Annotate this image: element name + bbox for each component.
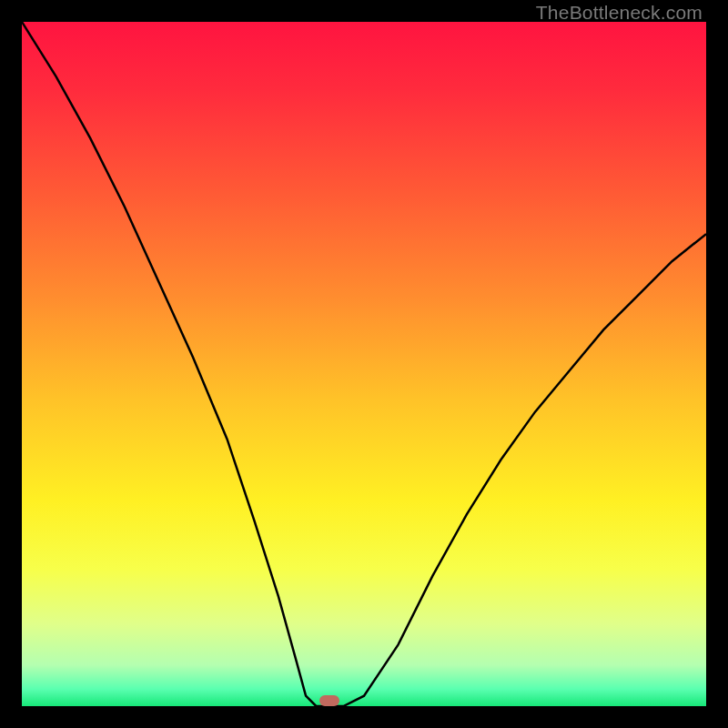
plot-area [22, 22, 706, 706]
optimum-marker [319, 695, 339, 706]
chart-frame: TheBottleneck.com [0, 0, 728, 728]
watermark-text: TheBottleneck.com [536, 2, 703, 24]
bottleneck-curve [22, 22, 706, 706]
